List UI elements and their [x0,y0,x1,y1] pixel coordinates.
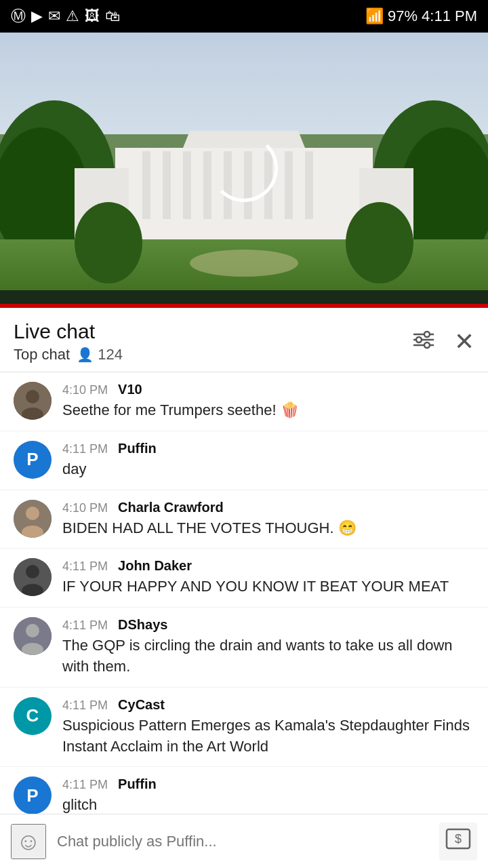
chat-username: Charla Crawford [118,500,224,515]
image-icon: 🖼 [85,7,100,25]
chat-time: 4:11 PM [62,442,108,456]
chat-meta: 4:11 PM DShays [62,617,474,633]
chat-content: 4:11 PM CyCast Suspicious Pattern Emerge… [62,697,474,757]
chat-time: 4:10 PM [62,383,108,397]
chat-text: The GQP is circling the drain and wants … [62,635,474,677]
chat-time: 4:11 PM [62,618,108,632]
viewer-count: 👤 124 [77,346,123,363]
avatar [14,558,52,596]
top-chat-label: Top chat [14,346,70,363]
list-item: P 4:11 PM Puffin day [0,431,488,490]
chat-input-bar: ☺ $ [0,814,488,868]
svg-point-37 [26,565,39,578]
wifi-icon: 📶 [365,7,384,25]
chat-meta: 4:10 PM V10 [62,382,474,397]
status-icons-left: Ⓜ ▶ ✉ ⚠ 🖼 🛍 [11,6,120,26]
person-icon: 👤 [77,347,94,363]
chat-time: 4:11 PM [62,698,108,712]
avatar: P [14,776,52,814]
chat-meta: 4:11 PM John Daker [62,558,474,574]
chat-text: IF YOUR HAPPY AND YOU KNOW IT BEAT YOUR … [62,576,474,597]
chat-text: BIDEN HAD ALL THE VOTES THOUGH. 😁 [62,518,474,539]
chat-time: 4:10 PM [62,501,108,515]
chat-meta: 4:11 PM Puffin [62,441,474,456]
chat-username: Puffin [118,776,157,791]
svg-rect-10 [183,151,191,219]
close-button[interactable]: ✕ [454,328,474,356]
header-actions: ✕ [412,328,474,356]
avatar: C [14,697,52,735]
chat-list: 4:10 PM V10 Seethe for me Trumpers seeth… [0,372,488,826]
send-icon: $ [445,828,471,854]
chat-content: 4:11 PM Puffin day [62,441,474,480]
list-item: 4:10 PM Charla Crawford BIDEN HAD ALL TH… [0,490,488,549]
chat-time: 4:11 PM [62,778,108,791]
viewer-count-number: 124 [98,346,123,363]
warning-icon: ⚠ [66,7,79,25]
status-bar: Ⓜ ▶ ✉ ⚠ 🖼 🛍 📶 97% 4:11 PM [0,0,488,33]
filter-icon[interactable] [412,330,435,355]
chat-content: 4:11 PM DShays The GQP is circling the d… [62,617,474,677]
bag-icon: 🛍 [105,7,120,25]
live-chat-header: Live chat Top chat 👤 124 ✕ [0,308,488,372]
list-item: C 4:11 PM CyCast Suspicious Pattern Emer… [0,688,488,768]
chat-meta: 4:11 PM Puffin [62,776,474,792]
svg-point-25 [424,332,430,337]
youtube-icon: ▶ [31,7,43,25]
svg-point-20 [190,250,298,277]
chat-time: 4:11 PM [62,559,108,573]
top-chat-row: Top chat 👤 124 [14,346,123,363]
chat-username: DShays [118,617,167,632]
time-display: 4:11 PM [422,7,477,25]
chat-content: 4:10 PM Charla Crawford BIDEN HAD ALL TH… [62,500,474,539]
chat-text: Suspicious Pattern Emerges as Kamala's S… [62,715,474,757]
video-player[interactable] [0,33,488,304]
emoji-icon: ☺ [16,827,41,856]
gmail-icon: ✉ [48,7,60,25]
svg-rect-15 [285,151,293,219]
status-icons-right: 📶 97% 4:11 PM [365,7,477,25]
chat-meta: 4:11 PM CyCast [62,697,474,713]
chat-text: glitch [62,795,474,816]
live-chat-title: Live chat [14,320,123,343]
avatar [14,382,52,420]
svg-point-31 [26,390,39,403]
live-chat-title-area: Live chat Top chat 👤 124 [14,320,123,363]
send-button[interactable]: $ [439,823,477,861]
chat-text: Seethe for me Trumpers seethe! 🍿 [62,400,474,421]
svg-rect-16 [305,151,313,219]
svg-point-23 [346,202,413,283]
chat-content: 4:11 PM Puffin glitch [62,776,474,816]
svg-text:$: $ [455,832,462,846]
svg-point-34 [26,507,39,520]
chat-username: Puffin [118,441,157,456]
svg-point-22 [75,202,142,283]
chat-text: day [62,459,474,480]
svg-point-40 [26,624,39,637]
battery-percent: 97% [388,7,418,25]
list-item: 4:11 PM John Daker IF YOUR HAPPY AND YOU… [0,549,488,608]
svg-rect-21 [0,290,488,304]
m-icon: Ⓜ [11,6,26,26]
svg-rect-9 [163,151,171,219]
avatar [14,500,52,538]
svg-rect-8 [142,151,150,219]
emoji-button[interactable]: ☺ [11,824,46,859]
chat-content: 4:10 PM V10 Seethe for me Trumpers seeth… [62,382,474,421]
chat-content: 4:11 PM John Daker IF YOUR HAPPY AND YOU… [62,558,474,597]
chat-username: V10 [118,382,142,397]
svg-point-27 [416,337,422,342]
list-item: 4:10 PM V10 Seethe for me Trumpers seeth… [0,372,488,431]
chat-username: CyCast [118,697,165,712]
avatar: P [14,441,52,479]
loading-spinner [210,134,278,202]
chat-input[interactable] [57,833,428,850]
svg-point-29 [424,342,430,348]
chat-username: John Daker [118,558,192,573]
list-item: 4:11 PM DShays The GQP is circling the d… [0,608,488,688]
chat-meta: 4:10 PM Charla Crawford [62,500,474,515]
avatar [14,617,52,655]
